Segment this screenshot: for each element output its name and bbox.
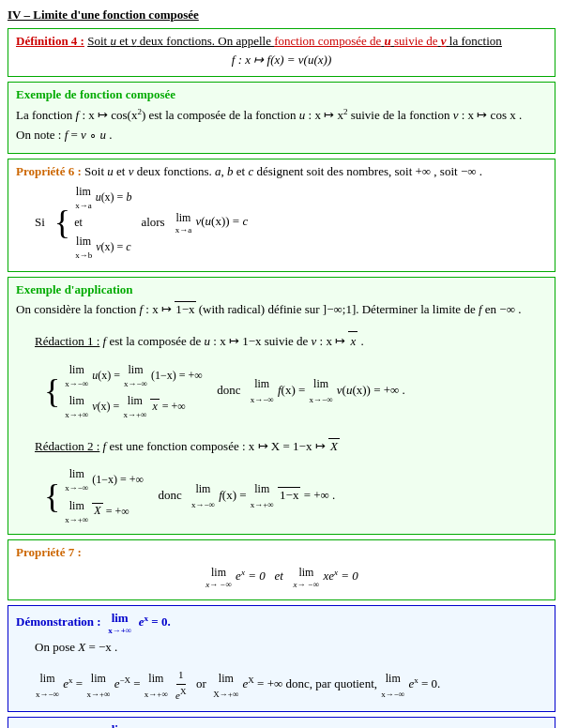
property-label-6: Propriété 6 : bbox=[16, 164, 82, 178]
redaction1-text: f est la composée de u : x ↦ 1−x suivie … bbox=[103, 334, 349, 348]
lim-r2-1minusx: lim x→−∞ bbox=[65, 465, 88, 495]
lim-r1-vx: lim x→+∞ bbox=[65, 392, 88, 422]
keyword-v: v bbox=[441, 34, 447, 48]
property-header-7: Propriété 7 : bbox=[16, 545, 547, 560]
redaction1-block: Rédaction 1 : f est la composée de u : x… bbox=[35, 328, 547, 355]
demo1-lim3: lim x→+∞ bbox=[145, 670, 168, 702]
lim-r1-sqrtx: lim x→+∞ bbox=[123, 392, 146, 422]
demo1-lim5: lim x→−∞ bbox=[381, 670, 404, 702]
redaction2-text: f est une fonction composée : x ↦ X = 1−… bbox=[103, 439, 328, 453]
demo1-lim-header: lim x→+∞ bbox=[108, 611, 131, 635]
brace-system-r1: { lim x→−∞ u(x) = lim x→−∞ (1−x) = +∞ bbox=[44, 361, 203, 422]
brace-line-2: et bbox=[74, 214, 131, 231]
lim-xex-0: lim x→ −∞ bbox=[294, 566, 320, 589]
demo-header-2: Démonstration : lim x→−∞ xex = 0. bbox=[16, 722, 547, 728]
keyword-suivie: suivie de bbox=[394, 34, 438, 48]
demo-box-1: Démonstration : lim x→+∞ ex = 0. On pose… bbox=[8, 605, 555, 712]
brace-left-r1: { bbox=[44, 374, 60, 408]
brace-lines-r2: lim x→−∞ (1−x) = +∞ lim x→+∞ X = +∞ bbox=[64, 465, 144, 526]
demo-header-1: Démonstration : lim x→+∞ ex = 0. bbox=[16, 611, 547, 635]
lim-ux-b: lim x→a bbox=[75, 183, 92, 213]
redaction1-system: { lim x→−∞ u(x) = lim x→−∞ (1−x) = +∞ bbox=[44, 358, 547, 425]
alors-label: alors bbox=[141, 215, 164, 230]
property-label-7: Propriété 7 : bbox=[16, 545, 82, 559]
sqrt-X-r2: X bbox=[328, 438, 340, 453]
donc-r1: donc bbox=[217, 383, 240, 397]
definition-formula: f : x ↦ f(x) = v(u(x)) bbox=[16, 53, 547, 68]
sqrt-x-r1b: x bbox=[150, 399, 159, 413]
r2-conclusion: lim x→−∞ f(x) = lim x→+∞ 1−x = +∞ . bbox=[190, 488, 335, 502]
sqrt-x-r1: x bbox=[348, 331, 358, 352]
section-title: IV – Limite d'une fonction composée bbox=[8, 8, 555, 23]
definition-rest: la fonction bbox=[449, 34, 502, 48]
property-header-6: Propriété 6 : Soit u et v deux fonctions… bbox=[16, 164, 547, 179]
property-box-6: Propriété 6 : Soit u et v deux fonctions… bbox=[8, 159, 555, 272]
example-header-1: Exemple de fonction composée bbox=[16, 87, 547, 102]
redaction2-system: { lim x→−∞ (1−x) = +∞ lim x→+∞ bbox=[44, 463, 547, 529]
example-application-intro: On considère la fonction f : x ↦ 1−x (wi… bbox=[16, 297, 547, 323]
sqrt-1minusx: 1−x bbox=[175, 301, 195, 316]
property-box-7: Propriété 7 : lim x→ −∞ ex = 0 et lim x→… bbox=[8, 539, 555, 600]
brace-lines-r1: lim x→−∞ u(x) = lim x→−∞ (1−x) = +∞ lim bbox=[64, 361, 203, 422]
demo2-lim-header: lim x→−∞ bbox=[108, 722, 131, 728]
example-box-1: Exemple de fonction composée La fonction… bbox=[8, 82, 555, 154]
lim-vux-c: lim x→a bbox=[175, 211, 192, 235]
example-application-box: Exemple d'application On considère la fo… bbox=[8, 277, 555, 535]
property-text-6: Soit u et v deux fonctions. a, b et c dé… bbox=[84, 164, 482, 178]
lim-ex-0: lim x→ −∞ bbox=[205, 566, 232, 589]
brace-line-3: lim x→b v(x) = c bbox=[74, 233, 131, 263]
definition-label: Définition 4 : bbox=[16, 34, 84, 48]
definition-header: Définition 4 : Soit u et v deux fonction… bbox=[16, 34, 547, 49]
brace-system-1: { lim x→a u(x) = b et lim bbox=[54, 183, 132, 263]
conclusion-formula: lim x→a v(u(x)) = c bbox=[175, 211, 248, 235]
demo1-content1: On pose X = −x . bbox=[35, 635, 547, 660]
demo1-lim2: lim x→+∞ bbox=[86, 670, 110, 702]
brace-lines-1: lim x→a u(x) = b et lim x→b v(x) = c bbox=[74, 183, 131, 263]
demo-box-2: Démonstration : lim x→−∞ xex = 0. On pos… bbox=[8, 717, 555, 728]
donc-r2: donc bbox=[158, 488, 181, 502]
brace-system-r2: { lim x→−∞ (1−x) = +∞ lim x→+∞ bbox=[44, 465, 144, 526]
sqrt-1minusx-r2: 1−x bbox=[278, 487, 300, 502]
keyword-u: u bbox=[385, 34, 391, 48]
definition-box: Définition 4 : Soit u et v deux fonction… bbox=[8, 28, 555, 77]
lim-r1-ux: lim x→−∞ bbox=[65, 361, 88, 391]
brace-line-1: lim x→a u(x) = b bbox=[74, 183, 131, 213]
example-content-1: La fonction f : x ↦ cos(x2) est la compo… bbox=[16, 102, 547, 148]
fraction-1-eX: 1 eX bbox=[174, 667, 188, 704]
lim-r2-sqrt1minusx: lim x→+∞ bbox=[251, 480, 274, 512]
redaction2-block: Rédaction 2 : f est une fonction composé… bbox=[35, 434, 547, 460]
brace-r2-line2: lim x→+∞ X = +∞ bbox=[64, 497, 144, 527]
lim-vx-c: lim x→b bbox=[75, 233, 92, 263]
redaction1-dot: . bbox=[361, 334, 364, 348]
page: IV – Limite d'une fonction composée Défi… bbox=[0, 0, 563, 728]
lim-r1-vux: lim x→−∞ bbox=[310, 375, 333, 407]
lim-r1-fx: lim x→−∞ bbox=[251, 375, 274, 407]
redaction2-label: Rédaction 2 : bbox=[35, 439, 99, 453]
lim-r1-1minusx: lim x→−∞ bbox=[124, 361, 147, 391]
lim-r2-fx: lim x→−∞ bbox=[191, 480, 215, 512]
example-application-header: Exemple d'application bbox=[16, 282, 547, 297]
property-6-conditions: Si { lim x→a u(x) = b et bbox=[35, 183, 547, 263]
brace-left-1: { bbox=[54, 205, 70, 239]
r1-conclusion: lim x→−∞ f(x) = lim x→−∞ v(u(x)) = +∞ . bbox=[250, 383, 405, 397]
property7-formula: lim x→ −∞ ex = 0 et lim x→ −∞ xex = 0 bbox=[16, 560, 547, 595]
brace-r1-line1: lim x→−∞ u(x) = lim x→−∞ (1−x) = +∞ bbox=[64, 361, 203, 391]
si-label: Si bbox=[35, 215, 45, 230]
demo1-lim4: lim X→+∞ bbox=[213, 670, 238, 702]
definition-text: Soit u et v deux fonctions. On appelle f… bbox=[87, 34, 502, 48]
demo1-lim1: lim x→−∞ bbox=[36, 670, 59, 702]
redaction1-label: Rédaction 1 : bbox=[35, 334, 99, 348]
brace-left-r2: { bbox=[44, 479, 60, 513]
sqrt-X-r2b: X bbox=[92, 503, 102, 517]
brace-r1-line2: lim x→+∞ v(x) = lim x→+∞ x = +∞ bbox=[64, 392, 203, 422]
keyword-fonction-composee: fonction composée de bbox=[274, 34, 381, 48]
brace-r2-line1: lim x→−∞ (1−x) = +∞ bbox=[64, 465, 144, 495]
demo1-content2: lim x→−∞ ex = lim x→+∞ e−X = lim x→+∞ 1 … bbox=[35, 664, 547, 706]
lim-r2-sqrtX: lim x→+∞ bbox=[65, 497, 88, 527]
